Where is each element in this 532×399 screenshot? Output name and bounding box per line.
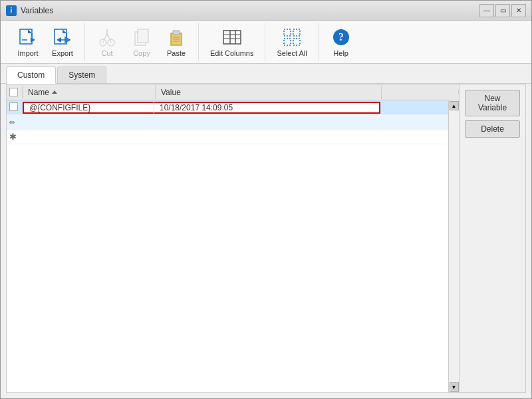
row-select-checkbox[interactable]: [9, 102, 18, 111]
cut-label: Cut: [101, 49, 112, 57]
row-checkbox[interactable]: [7, 101, 23, 114]
svg-rect-20: [173, 31, 180, 35]
toolbar: Import Export: [1, 21, 531, 64]
content-area: Name Value @{CONFIGFILE}: [6, 84, 526, 393]
toolbar-group-columns: Edit Columns: [199, 23, 265, 61]
svg-rect-24: [223, 31, 241, 44]
title-bar: i Variables — ▭ ✕: [1, 1, 531, 21]
edit-columns-icon: [221, 27, 243, 48]
new-row-indicator: ✱: [7, 130, 23, 143]
paste-icon: [166, 27, 187, 48]
edit-icon: ✏: [9, 118, 15, 126]
svg-marker-4: [31, 37, 35, 43]
edit-columns-button[interactable]: Edit Columns: [204, 23, 259, 61]
toolbar-group-select: Select All: [265, 23, 319, 61]
help-icon: ?: [331, 27, 352, 48]
help-button[interactable]: ? Help: [325, 23, 358, 61]
close-button[interactable]: ✕: [511, 4, 526, 17]
copy-icon: [131, 27, 152, 48]
select-all-label: Select All: [277, 49, 307, 57]
main-window: i Variables — ▭ ✕: [0, 0, 532, 399]
toolbar-group-io: Import Export: [6, 23, 85, 61]
edit-columns-label: Edit Columns: [210, 49, 253, 57]
grid-area: Name Value @{CONFIGFILE}: [7, 84, 459, 392]
cell-value: 10/18/2017 14:09:05: [154, 102, 379, 114]
new-row[interactable]: ✱: [7, 130, 459, 144]
export-label: Export: [52, 49, 73, 57]
cut-icon: [96, 27, 118, 48]
svg-text:?: ?: [338, 31, 344, 43]
minimize-button[interactable]: —: [479, 4, 494, 17]
export-icon: [52, 27, 73, 48]
svg-rect-31: [284, 39, 291, 45]
svg-rect-18: [138, 29, 148, 43]
tab-custom[interactable]: Custom: [6, 66, 56, 84]
tabs: Custom System: [1, 64, 531, 84]
select-all-button[interactable]: Select All: [271, 23, 313, 61]
new-row-cell: [23, 136, 459, 138]
scroll-down-button[interactable]: ▼: [450, 382, 459, 392]
window-controls: — ▭ ✕: [479, 4, 526, 17]
app-icon: i: [6, 5, 17, 16]
title-bar-left: i Variables: [6, 5, 53, 16]
svg-rect-32: [293, 39, 300, 45]
paste-button[interactable]: Paste: [160, 23, 193, 61]
header-checkbox[interactable]: [7, 86, 23, 98]
tab-system[interactable]: System: [57, 66, 106, 83]
svg-rect-29: [284, 29, 291, 36]
edit-row-cell: [23, 121, 459, 124]
import-icon: [17, 27, 39, 48]
edit-row-checkbox: ✏: [7, 116, 23, 128]
cell-extra: [380, 106, 459, 109]
delete-button[interactable]: Delete: [465, 120, 520, 138]
scroll-up-button[interactable]: ▲: [450, 101, 459, 110]
cell-name: @{CONFIGFILE}: [24, 102, 154, 114]
selected-row-highlight: @{CONFIGFILE} 10/18/2017 14:09:05: [23, 102, 380, 114]
table-row[interactable]: @{CONFIGFILE} 10/18/2017 14:09:05: [7, 100, 459, 115]
window-title: Variables: [21, 6, 53, 15]
sort-arrow-name: [52, 90, 57, 94]
new-row-icon: ✱: [9, 132, 17, 142]
select-all-checkbox[interactable]: [9, 88, 18, 96]
grid-header: Name Value: [7, 84, 459, 100]
help-label: Help: [333, 49, 348, 57]
import-label: Import: [17, 49, 38, 57]
header-name[interactable]: Name: [23, 86, 156, 99]
toolbar-group-help: ? Help: [319, 23, 363, 61]
edit-row[interactable]: ✏: [7, 115, 459, 130]
toolbar-group-edit: Cut Copy: [85, 23, 199, 61]
sidebar: New Variable Delete: [459, 84, 525, 392]
cut-button[interactable]: Cut: [90, 23, 124, 61]
export-button[interactable]: Export: [46, 23, 79, 61]
copy-button[interactable]: Copy: [125, 23, 158, 61]
grid-body[interactable]: @{CONFIGFILE} 10/18/2017 14:09:05 ✏ ✱: [7, 100, 459, 392]
svg-rect-30: [293, 29, 300, 36]
paste-label: Paste: [167, 49, 186, 57]
new-variable-button[interactable]: New Variable: [465, 90, 520, 116]
select-all-icon: [281, 27, 303, 48]
svg-marker-6: [63, 29, 66, 33]
header-value[interactable]: Value: [156, 86, 382, 99]
import-button[interactable]: Import: [11, 23, 45, 61]
svg-marker-11: [57, 37, 61, 43]
vertical-scrollbar[interactable]: ▲ ▼: [448, 100, 459, 392]
header-extra: [382, 90, 459, 94]
copy-label: Copy: [133, 49, 150, 57]
svg-marker-1: [28, 29, 32, 33]
restore-button[interactable]: ▭: [495, 4, 510, 17]
